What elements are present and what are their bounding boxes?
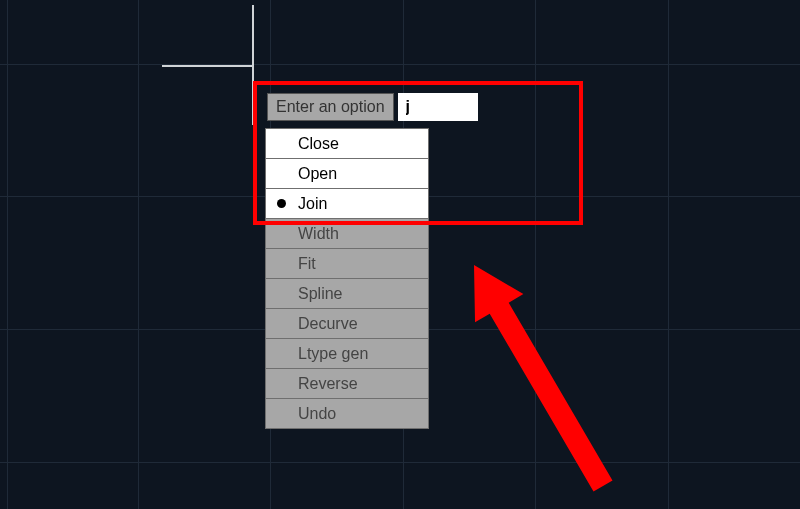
menu-item-label: Join xyxy=(296,195,327,213)
menu-item-label: Close xyxy=(296,135,339,153)
crosshair-horizontal xyxy=(162,65,252,67)
menu-item-label: Width xyxy=(296,225,339,243)
menu-item-ltype-gen[interactable]: Ltype gen xyxy=(265,338,429,369)
bullet-icon xyxy=(266,199,296,208)
menu-item-label: Undo xyxy=(296,405,336,423)
menu-item-spline[interactable]: Spline xyxy=(265,278,429,309)
prompt-label: Enter an option xyxy=(267,93,394,121)
menu-item-label: Decurve xyxy=(296,315,358,333)
menu-item-decurve[interactable]: Decurve xyxy=(265,308,429,339)
menu-item-label: Fit xyxy=(296,255,316,273)
menu-item-width[interactable]: Width xyxy=(265,218,429,249)
menu-item-reverse[interactable]: Reverse xyxy=(265,368,429,399)
menu-item-label: Reverse xyxy=(296,375,358,393)
menu-item-undo[interactable]: Undo xyxy=(265,398,429,429)
menu-item-join[interactable]: Join xyxy=(265,188,429,219)
prompt-input[interactable] xyxy=(398,93,478,121)
menu-item-open[interactable]: Open xyxy=(265,158,429,189)
menu-item-label: Spline xyxy=(296,285,342,303)
crosshair-vertical xyxy=(252,5,254,125)
menu-item-fit[interactable]: Fit xyxy=(265,248,429,279)
option-menu: CloseOpenJoinWidthFitSplineDecurveLtype … xyxy=(265,129,429,429)
option-prompt: Enter an option xyxy=(267,93,478,121)
menu-item-label: Open xyxy=(296,165,337,183)
menu-item-close[interactable]: Close xyxy=(265,128,429,159)
menu-item-label: Ltype gen xyxy=(296,345,368,363)
svg-marker-0 xyxy=(474,265,613,492)
